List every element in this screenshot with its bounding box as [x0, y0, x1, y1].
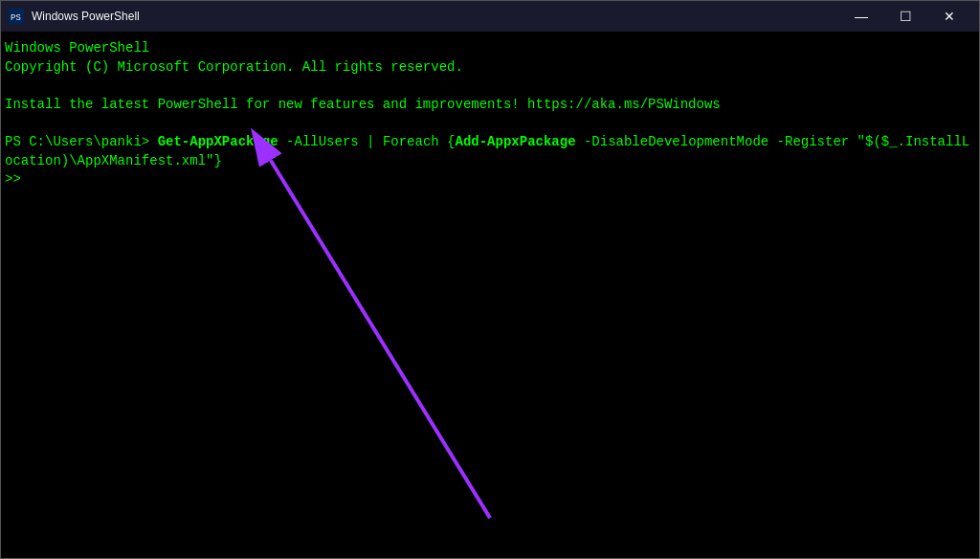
terminal-line-7: ocation)\AppXManifest.xml"} — [5, 152, 975, 171]
title-bar: PS Windows PowerShell — ☐ ✕ — [1, 1, 979, 32]
minimize-button[interactable]: — — [839, 1, 883, 32]
app-icon: PS — [9, 9, 24, 24]
terminal-line-5 — [5, 114, 975, 133]
window-title: Windows PowerShell — [32, 10, 839, 23]
terminal-line-6: PS C:\Users\panki> Get-AppXPackage -AllU… — [5, 133, 975, 152]
terminal-content[interactable]: Windows PowerShell Copyright (C) Microso… — [1, 32, 979, 558]
terminal-line-1: Windows PowerShell — [5, 39, 975, 58]
window-controls: — ☐ ✕ — [839, 1, 971, 32]
maximize-button[interactable]: ☐ — [883, 1, 927, 32]
terminal-line-4: Install the latest PowerShell for new fe… — [5, 96, 975, 115]
terminal-line-3 — [5, 77, 975, 96]
close-button[interactable]: ✕ — [927, 1, 971, 32]
svg-text:PS: PS — [11, 13, 21, 23]
terminal-line-2: Copyright (C) Microsoft Corporation. All… — [5, 58, 975, 78]
svg-line-3 — [271, 161, 490, 519]
powershell-window: PS Windows PowerShell — ☐ ✕ Windows Powe… — [0, 0, 980, 559]
terminal-line-8: >> — [5, 170, 975, 190]
